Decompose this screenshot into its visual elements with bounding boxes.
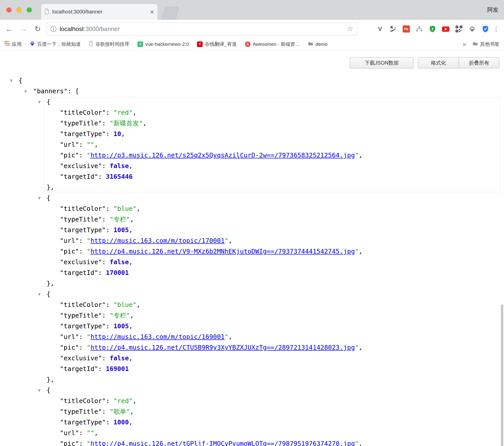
json-string: "专栏"	[110, 312, 130, 319]
json-property-line: "pic": "http://p4.music.126.net/CTU5B9R9…	[0, 342, 504, 353]
address-bar[interactable]: ⓘ localhost:3000/banner ☆	[47, 23, 357, 35]
collapse-all-button[interactable]: 折叠所有	[459, 57, 499, 68]
bookmark-label: vue-hackernews-2.0	[145, 41, 189, 47]
json-property-line: "titleColor": "red",	[0, 107, 504, 118]
scrollbar-thumb[interactable]	[501, 304, 503, 446]
json-brace: {	[47, 386, 50, 394]
collapse-toggle-icon[interactable]: ▼	[38, 97, 41, 107]
paw-extension-icon[interactable]	[468, 25, 476, 33]
json-url-link[interactable]: http://p4.music.126.net/tGPljf-IMOCyPvum…	[90, 440, 355, 446]
bookmark-item-awesomes[interactable]: A Awesomes - 前端资…	[245, 41, 300, 48]
collapse-toggle-icon[interactable]: ▼	[24, 86, 27, 97]
bookmarks-overflow-chevron[interactable]: »	[463, 41, 466, 48]
json-key: "typeTitle"	[60, 216, 102, 223]
json-property-line: "targetType": 1000,	[0, 417, 504, 428]
json-string: ""	[87, 429, 94, 437]
json-punctuation: :	[102, 354, 110, 362]
collapse-toggle-icon[interactable]: ▼	[38, 193, 41, 203]
json-string: "blue"	[114, 301, 136, 308]
json-punctuation: : [	[67, 87, 79, 95]
green-shield-extension-icon[interactable]: t	[429, 25, 436, 33]
page-info-icon[interactable]: ⓘ	[50, 26, 57, 32]
json-property-line: "url": "",	[0, 428, 504, 438]
collapse-toggle-icon[interactable]: ▼	[38, 385, 41, 396]
bookmark-label: 应用	[12, 41, 22, 48]
fe-extension-icon[interactable]: FE	[403, 25, 410, 33]
youtube-extension-icon[interactable]	[442, 25, 450, 33]
page-icon	[89, 41, 93, 47]
json-url-link[interactable]: http://p3.music.126.net/s25q2x5QyqsAzilC…	[90, 152, 355, 159]
json-url-link[interactable]: http://p4.music.126.net/CTU5B9R9y3XyYBZX…	[90, 344, 355, 351]
json-quote: "	[355, 440, 359, 446]
vimium-extension-icon[interactable]: V	[376, 25, 384, 33]
blue-shield-check-extension-icon[interactable]	[482, 25, 489, 33]
bookmark-item-youdao[interactable]: Y 在线翻译_有道	[197, 41, 237, 48]
json-url-link[interactable]: http://p4.music.126.net/V9-MXz6b2MNhEKju…	[90, 248, 355, 255]
json-punctuation: :	[79, 248, 87, 255]
qr-code-extension-icon[interactable]	[455, 25, 463, 33]
json-url-link[interactable]: http://music.163.com/m/topic/170001	[90, 237, 225, 244]
download-json-button[interactable]: 下载JSON数据	[350, 57, 413, 68]
browser-tab[interactable]: localhost:3000/banner ×	[41, 4, 158, 20]
json-punctuation: :	[102, 120, 110, 127]
collapse-toggle-icon[interactable]: ▼	[38, 289, 41, 300]
collapse-toggle-icon[interactable]: ▼	[10, 75, 13, 86]
close-window-button[interactable]	[6, 7, 11, 12]
json-number: 1005	[114, 322, 129, 330]
json-punctuation: :	[79, 440, 87, 446]
format-toggle-group: 格式化 折叠所有	[418, 57, 499, 68]
json-property-line: "typeTitle": "专栏",	[0, 310, 504, 321]
reload-button[interactable]: ↻	[33, 20, 43, 38]
json-comma: ,	[129, 226, 133, 234]
json-property-line: "url": "http://music.163.com/m/topic/170…	[0, 235, 504, 246]
json-key: "exclusive"	[60, 354, 102, 362]
bookmark-item-demo[interactable]: demo	[308, 41, 328, 47]
profile-name[interactable]: 阿发	[487, 6, 498, 14]
json-key: "url"	[60, 333, 79, 340]
minimize-window-button[interactable]	[17, 7, 22, 12]
other-bookmarks-folder[interactable]: 其他书签	[473, 41, 499, 48]
json-property-line: "exclusive": false,	[0, 161, 504, 171]
bookmark-item-baidu[interactable]: 百度一下，你就知道	[30, 41, 81, 48]
bookmark-star-icon[interactable]: ☆	[347, 25, 353, 33]
json-punctuation: :	[102, 408, 110, 415]
json-key: "exclusive"	[60, 258, 102, 266]
json-punctuation: :	[98, 365, 106, 373]
tab-strip: localhost:3000/banner × 阿发	[0, 0, 504, 20]
json-quote: "	[87, 344, 90, 351]
json-url-link[interactable]: http://music.163.com/m/topic/169001	[90, 333, 225, 340]
tab-close-icon[interactable]: ×	[150, 9, 154, 15]
json-quote: "	[225, 333, 228, 340]
new-tab-button[interactable]	[161, 7, 180, 20]
json-key: "pic"	[60, 152, 79, 159]
json-banner-object-0: ▼{"titleColor": "red","typeTitle": "新碟首发…	[0, 97, 504, 193]
bookmark-item-vue-hackernews[interactable]: V vue-hackernews-2.0	[137, 41, 189, 47]
bookmark-item-google-sort[interactable]: 谷歌按时间排序	[89, 41, 129, 48]
page-content: 下载JSON数据 格式化 折叠所有 ▼{▼"banners": [▼{"titl…	[0, 51, 504, 446]
json-comma: ,	[133, 397, 136, 405]
format-button[interactable]: 格式化	[418, 57, 459, 68]
json-key: "exclusive"	[60, 162, 102, 170]
svg-text:t: t	[432, 27, 433, 31]
json-string: "red"	[114, 397, 133, 405]
json-key: "titleColor"	[60, 109, 106, 116]
back-button[interactable]: ←	[4, 20, 14, 38]
json-brace: },	[47, 280, 54, 287]
json-comma: ,	[228, 237, 232, 244]
org-chart-extension-icon[interactable]	[415, 25, 423, 33]
json-key: "pic"	[60, 440, 79, 446]
json-punctuation: :	[106, 301, 114, 308]
browser-menu-icon[interactable]: ⋮	[492, 20, 500, 38]
baidu-paw-icon	[30, 41, 35, 47]
json-number: 170001	[106, 269, 129, 276]
bookmark-apps[interactable]: 应用	[5, 41, 22, 48]
json-comma: ,	[359, 440, 362, 446]
json-punctuation: :	[106, 397, 114, 405]
json-object-open-line: ▼{	[0, 385, 504, 396]
translate-extension-icon[interactable]: 英	[389, 25, 397, 33]
zoom-window-button[interactable]	[27, 7, 32, 12]
json-root-open-line: ▼{	[0, 75, 504, 86]
json-comma: ,	[143, 120, 147, 127]
json-object-close-line: },	[0, 278, 504, 289]
json-property-line: "pic": "http://p4.music.126.net/tGPljf-I…	[0, 438, 504, 446]
